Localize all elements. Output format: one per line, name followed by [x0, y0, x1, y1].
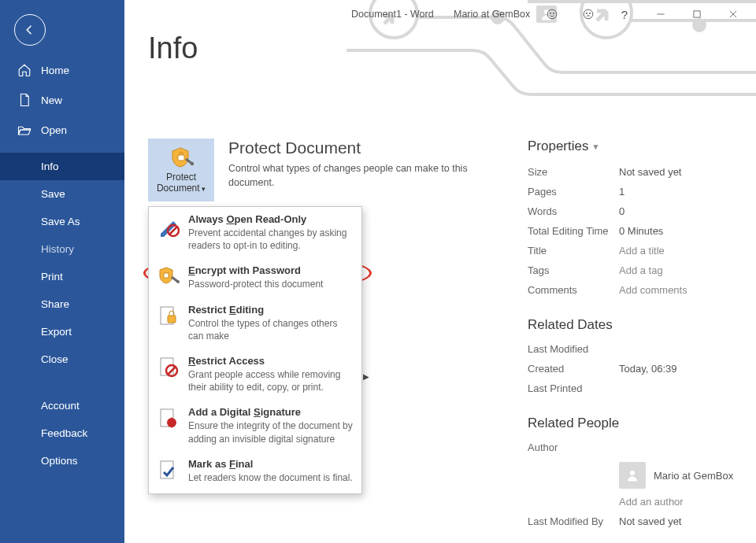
menu-item-desc: Prevent accidental changes by asking rea…	[188, 227, 354, 252]
property-row: Pages1	[528, 182, 740, 201]
date-row: Last Modified	[528, 339, 740, 359]
menu-item-title: Restrict Editing	[188, 304, 354, 316]
property-key: Words	[528, 205, 619, 217]
menu-item-title: Always Open Read-Only	[188, 213, 354, 225]
sidebar-item-label: Open	[41, 124, 67, 136]
property-value[interactable]: Add a title	[619, 245, 665, 257]
sidebar-item-share[interactable]: Share	[0, 290, 124, 318]
sidebar-item-label: Save	[41, 188, 65, 200]
sidebar-item-close[interactable]: Close	[0, 345, 124, 373]
sidebar-item-label: Info	[41, 161, 59, 172]
page-icon	[17, 93, 32, 107]
property-value[interactable]: Add comments	[619, 284, 687, 296]
document-title: Document1 - Word	[351, 9, 434, 20]
property-key: Title	[528, 245, 619, 257]
sidebar-item-export[interactable]: Export	[0, 318, 124, 345]
final-icon	[157, 460, 180, 483]
submenu-arrow-icon: ▶	[363, 371, 369, 380]
sidebar-item-open[interactable]: Open	[0, 115, 124, 145]
sidebar-item-label: History	[41, 243, 74, 255]
property-row: TitleAdd a title	[528, 241, 740, 260]
property-value: Not saved yet	[619, 166, 682, 178]
window-titlebar: Document1 - Word Mario at GemBox ?	[124, 5, 756, 24]
property-row: Words0	[528, 201, 740, 221]
menu-item-title: Add a Digital Signature	[188, 406, 354, 418]
feedback-smile-icon[interactable]	[534, 3, 570, 25]
sidebar-item-label: Account	[41, 400, 80, 412]
sidebar-item-label: Share	[41, 298, 69, 310]
sidebar-item-options[interactable]: Options	[0, 447, 124, 475]
readonly-icon	[157, 215, 180, 238]
menu-item-title: Mark as Final	[188, 458, 353, 470]
date-row: Last Printed	[528, 379, 740, 398]
menu-item-desc: Control the types of changes others can …	[188, 317, 354, 342]
menu-item-readonly[interactable]: Always Open Read-OnlyPrevent accidental …	[149, 209, 361, 260]
maximize-button[interactable]	[679, 3, 715, 25]
menu-item-final[interactable]: Mark as FinalLet readers know the docume…	[149, 453, 361, 492]
svg-rect-12	[178, 155, 184, 161]
last-modified-by-label: Last Modified By	[528, 515, 619, 527]
property-key: Total Editing Time	[528, 225, 619, 237]
sidebar-item-label: Close	[41, 353, 69, 365]
property-key: Pages	[528, 186, 619, 198]
property-value[interactable]: Add a tag	[619, 264, 663, 276]
property-value: 0 Minutes	[619, 225, 663, 237]
menu-item-restricte[interactable]: Restrict EditingControl the types of cha…	[149, 299, 361, 350]
menu-item-title: Encrypt with Password	[188, 264, 323, 276]
sidebar-item-home[interactable]: Home	[0, 55, 124, 85]
property-row: Total Editing Time0 Minutes	[528, 221, 740, 241]
property-row: SizeNot saved yet	[528, 162, 740, 182]
minimize-button[interactable]	[643, 3, 679, 25]
property-key: Comments	[528, 284, 619, 296]
menu-item-desc: Password-protect this document	[188, 278, 323, 290]
date-row: CreatedToday, 06:39	[528, 359, 740, 379]
sidebar-item-account[interactable]: Account	[0, 392, 124, 419]
sidebar-item-info[interactable]: Info	[0, 153, 124, 180]
feedback-frown-icon[interactable]	[570, 3, 606, 25]
menu-item-encrypt[interactable]: Encrypt with PasswordPassword-protect th…	[149, 260, 361, 298]
back-button[interactable]	[14, 14, 46, 46]
svg-rect-15	[164, 273, 169, 278]
protect-document-button[interactable]: Protect Document ▾	[148, 139, 214, 201]
sidebar-item-label: Options	[41, 455, 78, 467]
svg-point-7	[553, 13, 554, 13]
home-icon	[17, 63, 32, 77]
page-title: Info	[148, 31, 198, 65]
svg-rect-18	[168, 316, 176, 323]
menu-item-desc: Let readers know the document is final.	[188, 471, 353, 484]
property-value: 1	[619, 186, 624, 198]
date-value: Today, 06:39	[619, 363, 676, 375]
author-label: Author	[528, 441, 619, 453]
help-button[interactable]: ?	[606, 3, 643, 25]
menu-item-title: Restrict Access	[188, 355, 354, 367]
signature-icon	[157, 408, 180, 431]
svg-rect-11	[694, 11, 700, 17]
svg-point-24	[630, 471, 635, 475]
chevron-down-icon: ▾	[200, 185, 206, 193]
sidebar-item-new[interactable]: New	[0, 85, 124, 115]
property-row: TagsAdd a tag	[528, 260, 740, 280]
sidebar-item-saveas[interactable]: Save As	[0, 208, 124, 235]
close-button[interactable]	[715, 3, 751, 25]
author-name: Mario at GemBox	[654, 470, 733, 482]
date-key: Last Modified	[528, 343, 619, 355]
sidebar-item-print[interactable]: Print	[0, 263, 124, 290]
restricta-icon	[157, 356, 180, 380]
sidebar-item-save[interactable]: Save	[0, 180, 124, 208]
backstage-main: Document1 - Word Mario at GemBox ? Info	[124, 0, 756, 543]
protect-document-heading: Protect Document	[228, 139, 502, 157]
chevron-down-icon: ▼	[591, 142, 599, 151]
date-key: Created	[528, 363, 619, 375]
properties-heading[interactable]: Properties ▼	[528, 139, 740, 154]
svg-point-8	[584, 9, 593, 19]
sidebar-item-label: Export	[41, 326, 72, 338]
sidebar-item-label: New	[41, 94, 62, 106]
author-avatar-icon	[619, 462, 646, 489]
menu-item-restricta[interactable]: Restrict AccessGrant people access while…	[149, 350, 361, 401]
sidebar-item-history[interactable]: History	[0, 235, 124, 263]
sidebar-item-feedback[interactable]: Feedback	[0, 419, 124, 447]
svg-point-6	[550, 13, 550, 13]
add-author-link[interactable]: Add an author	[619, 496, 684, 508]
menu-item-signature[interactable]: Add a Digital SignatureEnsure the integr…	[149, 401, 361, 452]
author-entry[interactable]: Mario at GemBox	[619, 462, 740, 489]
